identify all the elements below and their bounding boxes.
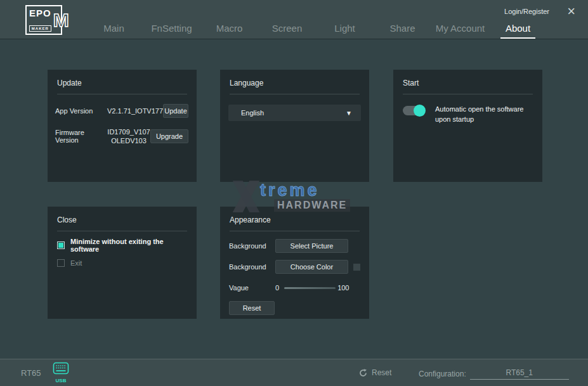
firmware-version-row: Firmware Version ID1709_V107OLEDV103 Upg… — [48, 127, 197, 146]
divider — [230, 94, 360, 94]
appearance-panel: Appearance Background Select Picture Bac… — [220, 207, 369, 319]
language-panel: Language English ▼ — [220, 70, 369, 182]
configuration-group: Configuration: RT65_1 — [419, 368, 569, 380]
background-picture-row: Background Select Picture — [220, 240, 369, 252]
choose-color-button[interactable]: Choose Color — [275, 260, 348, 274]
logo-m-glyph: M — [53, 8, 69, 32]
tab-screen[interactable]: Screen — [258, 23, 316, 39]
header: EPO MAKER M Main FnSetting Macro Screen … — [0, 0, 588, 39]
tab-light[interactable]: Light — [316, 23, 374, 39]
appearance-reset-button[interactable]: Reset — [229, 301, 275, 315]
tab-macro[interactable]: Macro — [200, 23, 258, 39]
update-panel: Update App Version V2.1.71_IOTV177 Updat… — [48, 70, 197, 182]
vague-slider-row: Vague 0 100 — [220, 281, 369, 294]
autostart-toggle[interactable] — [403, 106, 424, 115]
autostart-row: Automatic open the software upon startup — [393, 105, 542, 125]
upgrade-button[interactable]: Upgrade — [150, 129, 188, 143]
chevron-down-icon: ▼ — [346, 110, 361, 117]
configuration-label: Configuration: — [419, 370, 466, 378]
divider — [230, 231, 360, 231]
footer: RT65 USB Reset Configuration: RT65_1 — [0, 359, 588, 386]
exit-option-row: Exit — [48, 259, 197, 267]
divider — [403, 94, 533, 94]
update-button[interactable]: Update — [163, 104, 188, 118]
logo-text-block: EPO MAKER — [29, 8, 51, 32]
keyboard-icon — [53, 362, 69, 375]
reset-circular-arrow-icon — [359, 369, 367, 377]
update-panel-title: Update — [48, 70, 197, 94]
tab-main[interactable]: Main — [85, 23, 143, 39]
background-picture-label: Background — [229, 242, 275, 250]
epomaker-logo: EPO MAKER M — [25, 5, 62, 35]
close-window-icon[interactable]: × — [567, 4, 575, 18]
app-version-label: App Version — [55, 107, 107, 115]
tab-about[interactable]: About — [489, 23, 547, 39]
toggle-knob — [414, 105, 426, 117]
tab-fnsetting[interactable]: FnSetting — [143, 23, 200, 39]
usb-label: USB — [52, 378, 70, 383]
background-color-label: Background — [229, 263, 275, 271]
start-panel-title: Start — [393, 70, 542, 94]
watermark-treme-text: treme — [260, 181, 320, 200]
configuration-name-input[interactable]: RT65_1 — [470, 368, 569, 380]
logo-epo-text: EPO — [29, 8, 51, 18]
tab-my-account[interactable]: My Account — [431, 23, 489, 39]
background-color-row: Background Choose Color — [220, 261, 369, 273]
minimize-option-row: Minimize without exiting the software — [48, 241, 197, 249]
firmware-version-label: Firmware Version — [55, 129, 107, 144]
language-select[interactable]: English ▼ — [228, 105, 361, 121]
divider — [57, 231, 187, 231]
footer-reset-button[interactable]: Reset — [359, 368, 391, 377]
device-name: RT65 — [21, 368, 41, 378]
app-version-value: V2.1.71_IOTV177 — [107, 106, 163, 115]
divider — [57, 94, 187, 94]
language-panel-title: Language — [220, 70, 369, 94]
exit-option-label: Exit — [70, 259, 82, 267]
exit-checkbox[interactable] — [57, 259, 65, 267]
firmware-version-value: ID1709_V107OLEDV103 — [107, 127, 150, 146]
start-panel: Start Automatic open the software upon s… — [393, 70, 542, 182]
logo-maker-text: MAKER — [29, 25, 51, 32]
close-panel: Close Minimize without exiting the softw… — [48, 207, 197, 319]
login-register-link[interactable]: Login/Register — [504, 8, 549, 15]
minimize-checkbox[interactable] — [57, 241, 65, 249]
language-selected-value: English — [228, 109, 346, 117]
tab-share[interactable]: Share — [374, 23, 431, 39]
main-nav: Main FnSetting Macro Screen Light Share … — [85, 23, 547, 39]
select-picture-button[interactable]: Select Picture — [275, 239, 348, 253]
vague-slider[interactable] — [284, 287, 336, 289]
color-swatch[interactable] — [353, 264, 360, 271]
minimize-option-label: Minimize without exiting the software — [70, 238, 187, 253]
close-panel-title: Close — [48, 207, 197, 231]
usb-device-indicator[interactable]: USB — [52, 362, 70, 383]
app-version-row: App Version V2.1.71_IOTV177 Update — [48, 104, 197, 118]
appearance-panel-title: Appearance — [220, 207, 369, 231]
slider-max-value: 100 — [337, 284, 349, 292]
vague-label: Vague — [229, 284, 275, 292]
autostart-label: Automatic open the software upon startup — [435, 105, 532, 125]
slider-min-value: 0 — [275, 284, 279, 292]
